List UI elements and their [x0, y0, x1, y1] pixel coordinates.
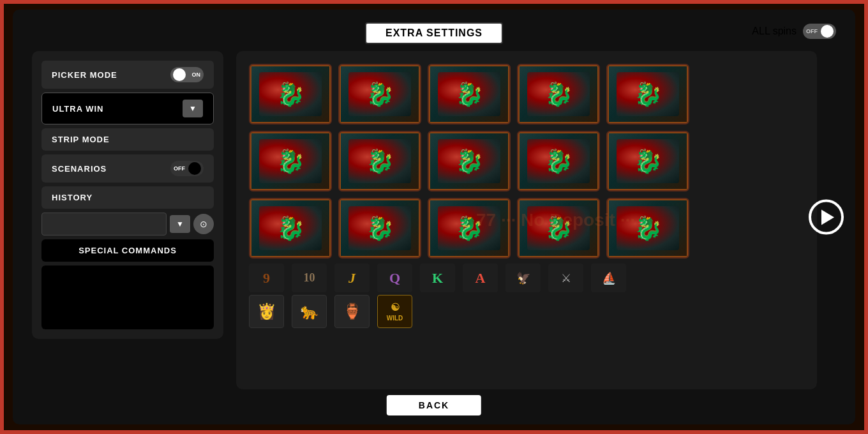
history-label: HISTORY [52, 193, 93, 202]
symbol-cell-1-1[interactable] [249, 64, 332, 124]
special-commands-label: SPECIAL COMMANDS [79, 246, 177, 255]
symbol-j[interactable]: J [334, 264, 370, 292]
picker-mode-state: ON [192, 71, 201, 78]
symbol-k[interactable]: K [420, 264, 455, 292]
symbol-cell-1-4[interactable] [517, 64, 600, 124]
symbol-cell-1-3[interactable] [428, 64, 511, 124]
extra-symbols-row: 👸 🐆 🏺 ☯ WILD [249, 295, 804, 328]
all-spins-state: OFF [806, 28, 818, 34]
symbol-10[interactable]: 10 [292, 264, 327, 292]
symbol-wild[interactable]: ☯ WILD [377, 295, 412, 328]
symbol-cell-2-3[interactable] [428, 131, 511, 191]
history-row[interactable]: HISTORY [41, 186, 214, 209]
scenarios-toggle-knob [188, 162, 201, 175]
symbol-char1[interactable]: 👸 [249, 295, 284, 328]
strip-mode-row[interactable]: STRIP MODE [41, 128, 214, 151]
symbol-cell-1-2[interactable] [338, 64, 421, 124]
main-container: EXTRA SETTINGS ALL spins OFF PICKER MODE… [13, 10, 855, 424]
symbol-cell-2-2[interactable] [338, 131, 421, 191]
command-input[interactable] [41, 213, 167, 236]
page-title: EXTRA SETTINGS [385, 27, 483, 38]
symbol-cell-2-1[interactable] [249, 131, 332, 191]
right-panel: 77 ··· No Deposit ··· 9 10 J Q K A 🦅 ⚔ ⛵… [236, 51, 817, 389]
symbol-cell-2-5[interactable] [606, 131, 689, 191]
symbol-cell-1-5[interactable] [606, 64, 689, 124]
scenarios-state: OFF [174, 165, 185, 172]
symbol-bird[interactable]: 🦅 [505, 264, 541, 292]
symbol-q[interactable]: Q [377, 264, 412, 292]
title-bar: EXTRA SETTINGS [365, 22, 503, 44]
picker-mode-label: PICKER MODE [52, 70, 117, 80]
input-row: ▼ ⊙ [41, 213, 214, 236]
special-commands-row[interactable]: SPECIAL COMMANDS [41, 239, 214, 262]
symbol-row-2 [249, 131, 804, 191]
strip-mode-label: STRIP MODE [52, 135, 110, 144]
left-panel: PICKER MODE ON ULTRA WIN ▼ STRIP MODE SC… [32, 51, 223, 339]
empty-area [41, 266, 214, 329]
small-symbols-row: 9 10 J Q K A 🦅 ⚔ ⛵ [249, 264, 804, 292]
symbol-cell-3-1[interactable] [249, 198, 332, 258]
picker-mode-row[interactable]: PICKER MODE ON [41, 61, 214, 89]
ultra-win-label: ULTRA WIN [52, 104, 103, 114]
symbol-a[interactable]: A [463, 264, 498, 292]
input-dropdown-btn[interactable]: ▼ [170, 215, 190, 233]
scenarios-label: SCENARIOS [52, 164, 107, 174]
symbol-cell-3-5[interactable] [606, 198, 689, 258]
play-icon [821, 209, 834, 225]
scenarios-toggle[interactable]: OFF [170, 161, 204, 176]
picker-toggle-knob [173, 68, 186, 81]
ultra-win-row[interactable]: ULTRA WIN ▼ [41, 93, 214, 124]
symbol-grid [249, 64, 804, 258]
symbol-cell-2-4[interactable] [517, 131, 600, 191]
symbol-row-1 [249, 64, 804, 124]
all-spins-toggle-switch[interactable]: OFF [803, 24, 836, 39]
symbol-coin[interactable]: ⛵ [591, 264, 626, 292]
symbol-cell-3-2[interactable] [338, 198, 421, 258]
all-spins-label: ALL spins [752, 26, 797, 37]
input-clear-btn[interactable]: ⊙ [193, 214, 214, 234]
all-spins-toggle[interactable]: ALL spins OFF [752, 24, 836, 39]
symbol-geisha[interactable]: ⚔ [548, 264, 583, 292]
scenarios-row[interactable]: SCENARIOS OFF [41, 154, 214, 183]
toggle-knob [821, 25, 834, 38]
play-button[interactable] [809, 200, 844, 235]
symbol-char2[interactable]: 🐆 [292, 295, 327, 328]
symbol-cell-3-3[interactable] [428, 198, 511, 258]
symbol-row-3 [249, 198, 804, 258]
symbol-9[interactable]: 9 [249, 264, 284, 292]
symbol-char3[interactable]: 🏺 [334, 295, 370, 328]
symbol-cell-3-4[interactable] [517, 198, 600, 258]
ultra-win-dropdown[interactable]: ▼ [183, 100, 203, 117]
back-button[interactable]: BACK [387, 395, 481, 415]
picker-mode-toggle[interactable]: ON [170, 67, 204, 82]
